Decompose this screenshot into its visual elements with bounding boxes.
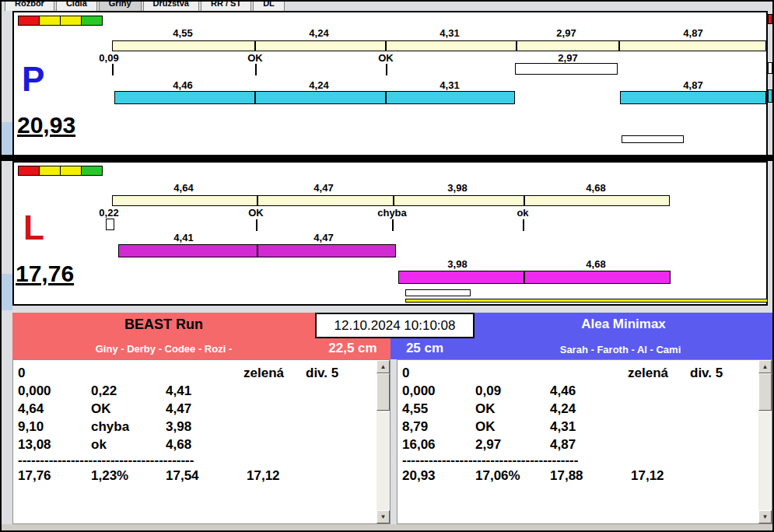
reference-time-label: 4,47	[313, 183, 333, 193]
result-cell: 1,23%	[91, 469, 128, 484]
result-cell: 4,24	[550, 402, 576, 417]
tab-row: Rozbor Čidla Griny Družstva RR / ST DL	[5, 2, 286, 11]
split-status-label: OK	[248, 208, 264, 218]
clipped-fragment-red	[768, 14, 772, 24]
panel-separator	[2, 155, 772, 161]
traffic-light-yellow-2	[60, 166, 82, 176]
scroll-up-button[interactable]: ▲	[758, 360, 772, 373]
traffic-light-red	[18, 166, 40, 176]
segment-tick	[385, 40, 387, 51]
result-cell: 2,97	[475, 438, 501, 453]
tab-cidla[interactable]: Čidla	[56, 2, 97, 11]
result-cell: 4,46	[550, 384, 576, 399]
totals-row: 17,76 1,23% 17,54 17,12	[13, 469, 375, 487]
datetime-text: 12.10.2024 10:10:08	[334, 318, 456, 334]
run-time-label: 4,87	[683, 80, 702, 90]
result-panel-left: 0 zelená div. 5 0,000 0,22 4,41 4,64 OK …	[12, 359, 391, 524]
window-bottom-strip	[2, 524, 772, 530]
background-accent	[2, 274, 12, 310]
result-cell: OK	[475, 402, 496, 417]
traffic-light-indicator	[19, 166, 103, 176]
tab-dl[interactable]: DL	[253, 2, 285, 11]
result-row: 0,000 0,09 4,46	[398, 384, 759, 402]
team-members-right: Sarah - Faroth - Al - Cami	[468, 344, 772, 355]
reference-time-label: 3,98	[447, 183, 467, 193]
split-status-label: 0,09	[99, 53, 118, 63]
team-name-right: Alea Minimax	[475, 317, 772, 332]
result-row: 0,000 0,22 4,41	[13, 384, 375, 402]
totals-row: 20,93 17,06% 17,88 17,12	[398, 469, 759, 487]
split-status-label: ok	[517, 208, 528, 218]
result-cell: zelená	[243, 366, 284, 381]
split-tick	[386, 64, 387, 75]
tab-griny[interactable]: Griny	[99, 2, 142, 11]
scroll-up-button[interactable]: ▲	[376, 360, 390, 373]
run-time-bar-2	[620, 91, 766, 104]
result-cell: 4,68	[166, 438, 191, 453]
scrollbar-left[interactable]: ▲ ▼	[376, 360, 390, 523]
traffic-light-yellow-2	[60, 16, 82, 26]
tab-rozbor[interactable]: Rozbor	[5, 2, 54, 11]
run-time-label: 4,31	[440, 80, 459, 90]
arrow-up-icon: ▲	[380, 363, 387, 370]
clipped-fragment-white	[768, 62, 772, 74]
result-cell: 3,98	[166, 420, 191, 435]
team-members-left: Giny - Derby - Codee - Rozi -	[12, 343, 315, 355]
split-tick	[255, 64, 257, 75]
lane-total-time-p: 20,93	[17, 114, 75, 137]
jump-height-left: 22,5 cm	[315, 341, 391, 356]
tab-druzstva[interactable]: Družstva	[143, 2, 199, 11]
split-status-label: 0,22	[99, 208, 118, 218]
split-status-label: 2,97	[558, 53, 577, 63]
reference-time-label: 4,64	[173, 183, 193, 193]
result-cell: OK	[91, 402, 111, 417]
result-cell: div. 5	[306, 366, 338, 381]
result-cell: 4,41	[166, 384, 191, 399]
team-name-left: BEAST Run	[12, 317, 315, 333]
scrollbar-right[interactable]: ▲ ▼	[758, 360, 772, 523]
result-cell: 17,76	[18, 469, 51, 484]
run-time-bar-1	[114, 91, 515, 104]
result-row: 9,10 chyba 3,98	[13, 420, 375, 438]
traffic-light-red	[18, 16, 40, 26]
result-row: 8,79 OK 4,31	[398, 420, 759, 438]
scrollbar-thumb[interactable]	[376, 373, 390, 411]
tab-rr-st[interactable]: RR / ST	[201, 2, 251, 11]
run-time-label: 4,41	[173, 233, 193, 243]
run-time-label: 4,47	[313, 233, 333, 243]
traffic-light-green	[81, 166, 103, 176]
pending-split-box	[106, 219, 114, 230]
lane-panel-l: 4,64 4,47 3,98 4,68 0,22 OK chyba ok L 4…	[12, 161, 768, 306]
jump-height-right: 25 cm	[391, 341, 459, 356]
split-tick	[112, 64, 114, 75]
result-cell: OK	[475, 420, 496, 435]
scroll-down-button[interactable]: ▼	[758, 510, 772, 523]
height-strip-left: 22,5 cm	[315, 338, 391, 359]
result-cell: 4,64	[18, 402, 44, 417]
lane-total-time-l: 17,76	[16, 262, 74, 285]
result-cell: 4,31	[550, 420, 576, 435]
run-time-label: 4,68	[586, 259, 605, 269]
result-cell: 4,47	[166, 402, 191, 417]
result-cell: 0,000	[18, 384, 51, 399]
datetime-display: 12.10.2024 10:10:08	[315, 313, 475, 338]
segment-tick	[254, 91, 256, 104]
result-cell: div. 5	[690, 366, 723, 381]
arrow-down-icon: ▼	[762, 513, 769, 520]
split-tick	[523, 219, 524, 231]
result-cell: 13,08	[18, 438, 51, 453]
result-cell: chyba	[91, 420, 129, 435]
result-cell: 17,88	[550, 469, 583, 484]
lane-letter-p: P	[22, 62, 44, 96]
marker-box	[622, 135, 684, 143]
segment-tick	[257, 244, 258, 257]
segment-tick	[385, 91, 387, 104]
result-cell: 0,000	[402, 384, 436, 399]
reference-time-label: 4,68	[586, 183, 605, 193]
split-tick	[392, 219, 394, 231]
run-time-bar-1	[118, 244, 396, 257]
scroll-down-button[interactable]: ▼	[376, 510, 390, 523]
tab-strip: Rozbor Čidla Griny Družstva RR / ST DL	[2, 2, 772, 11]
scrollbar-thumb[interactable]	[758, 373, 772, 411]
result-cell: 17,12	[247, 469, 280, 484]
